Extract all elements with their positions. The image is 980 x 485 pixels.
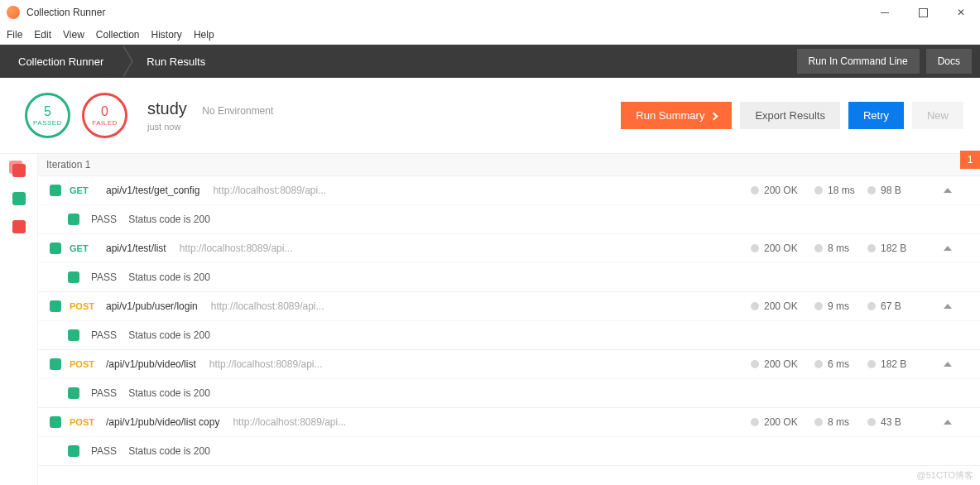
status-square-icon [68, 329, 79, 341]
request-path: api/v1/test/get_config [106, 185, 199, 196]
iteration-badge[interactable]: 1 [960, 151, 980, 169]
minimize-button[interactable] [866, 0, 904, 25]
request-url: http://localhost:8089/api... [211, 300, 324, 312]
dot-icon [867, 360, 876, 368]
results-panel: Iteration 1 GETapi/v1/test/get_confightt… [37, 154, 980, 485]
http-method: GET [70, 243, 98, 253]
gutter-stack-icon[interactable] [12, 164, 26, 177]
status-square-icon [68, 387, 79, 399]
pass-label: PASS [91, 214, 117, 225]
pass-label: PASS [91, 445, 117, 457]
collection-name: study [147, 99, 187, 118]
assertion-row: PASSStatus code is 200 [38, 320, 980, 349]
status-square-icon [50, 416, 61, 428]
close-button[interactable] [942, 0, 980, 25]
dot-icon [867, 244, 876, 252]
dot-icon [814, 244, 823, 252]
menubar: File Edit View Collection History Help [0, 25, 980, 45]
request-row[interactable]: GETapi/v1/test/get_confighttp://localhos… [38, 176, 980, 234]
dot-icon [751, 186, 759, 194]
menu-edit[interactable]: Edit [34, 29, 51, 41]
new-button[interactable]: New [912, 102, 963, 129]
run-summary-button[interactable]: Run Summary [621, 102, 732, 129]
http-method: POST [70, 301, 98, 311]
failed-counter: 0 FAILED [82, 93, 127, 138]
status-square-icon [68, 445, 79, 457]
menu-view[interactable]: View [63, 29, 84, 41]
collapse-icon[interactable] [944, 304, 952, 309]
dot-icon [751, 418, 759, 426]
environment-name: No Environment [202, 105, 273, 117]
assertion-text: Status code is 200 [128, 445, 210, 457]
collapse-icon[interactable] [944, 188, 952, 193]
dot-icon [867, 186, 876, 194]
request-url: http://localhost:8089/api... [233, 416, 346, 428]
collapse-icon[interactable] [944, 362, 952, 367]
dot-icon [814, 360, 823, 368]
request-meta: 200 OK6 ms182 B [751, 358, 968, 370]
request-url: http://localhost:8089/api... [213, 185, 326, 196]
gutter-pass-icon[interactable] [12, 192, 26, 205]
pass-label: PASS [91, 387, 117, 399]
dot-icon [814, 302, 823, 310]
http-method: POST [70, 417, 98, 427]
retry-button[interactable]: Retry [848, 102, 904, 129]
request-meta: 200 OK8 ms43 B [751, 416, 968, 428]
request-path: /api/v1/pub/video/list copy [106, 416, 219, 428]
passed-counter: 5 PASSED [25, 93, 70, 138]
collapse-icon[interactable] [944, 420, 952, 425]
request-path: api/v1/pub/user/login [106, 300, 198, 312]
dot-icon [867, 418, 876, 426]
iteration-header: Iteration 1 [38, 154, 980, 176]
request-row[interactable]: POST/api/v1/pub/video/listhttp://localho… [38, 350, 980, 408]
run-time: just now [147, 122, 273, 132]
request-row[interactable]: POST/api/v1/pub/video/list copyhttp://lo… [38, 408, 980, 466]
breadcrumb-run-results[interactable]: Run Results [122, 45, 223, 78]
assertion-row: PASSStatus code is 200 [38, 262, 980, 291]
window-title: Collection Runner [26, 7, 105, 18]
assertion-text: Status code is 200 [128, 387, 210, 399]
menu-history[interactable]: History [151, 29, 182, 41]
window-controls [866, 0, 980, 25]
pass-label: PASS [91, 329, 117, 341]
assertion-row: PASSStatus code is 200 [38, 204, 980, 233]
assertion-row: PASSStatus code is 200 [38, 378, 980, 407]
status-square-icon [68, 271, 79, 283]
postman-logo-icon [7, 6, 20, 19]
pass-label: PASS [91, 271, 117, 283]
request-url: http://localhost:8089/api... [180, 242, 293, 254]
breadcrumb-bar: Collection Runner Run Results Run In Com… [0, 45, 980, 78]
assertion-row: PASSStatus code is 200 [38, 436, 980, 465]
request-url: http://localhost:8089/api... [209, 358, 323, 370]
dot-icon [814, 186, 823, 194]
assertion-text: Status code is 200 [128, 214, 210, 225]
run-command-line-button[interactable]: Run In Command Line [797, 49, 920, 74]
docs-button[interactable]: Docs [926, 49, 972, 74]
request-path: /api/v1/pub/video/list [106, 358, 196, 370]
request-row[interactable]: GETapi/v1/test/listhttp://localhost:8089… [38, 234, 980, 292]
chevron-right-icon [710, 113, 718, 121]
menu-file[interactable]: File [7, 29, 22, 41]
left-gutter [0, 154, 37, 485]
menu-help[interactable]: Help [194, 29, 214, 41]
collapse-icon[interactable] [944, 246, 952, 251]
request-meta: 200 OK8 ms182 B [751, 242, 968, 254]
http-method: POST [70, 359, 98, 369]
assertion-text: Status code is 200 [128, 271, 210, 283]
request-meta: 200 OK9 ms67 B [751, 300, 968, 312]
status-square-icon [68, 214, 79, 225]
dot-icon [751, 244, 759, 252]
export-results-button[interactable]: Export Results [740, 102, 840, 129]
breadcrumb-collection-runner[interactable]: Collection Runner [0, 45, 122, 78]
dot-icon [814, 418, 823, 426]
menu-collection[interactable]: Collection [96, 29, 140, 41]
maximize-button[interactable] [904, 0, 942, 25]
gutter-fail-icon[interactable] [12, 220, 26, 233]
http-method: GET [70, 185, 98, 195]
watermark: @51CTO博客 [917, 469, 973, 482]
dot-icon [751, 360, 759, 368]
dot-icon [867, 302, 876, 310]
request-meta: 200 OK18 ms98 B [751, 185, 968, 196]
request-row[interactable]: POSTapi/v1/pub/user/loginhttp://localhos… [38, 292, 980, 350]
request-path: api/v1/test/list [106, 242, 166, 254]
